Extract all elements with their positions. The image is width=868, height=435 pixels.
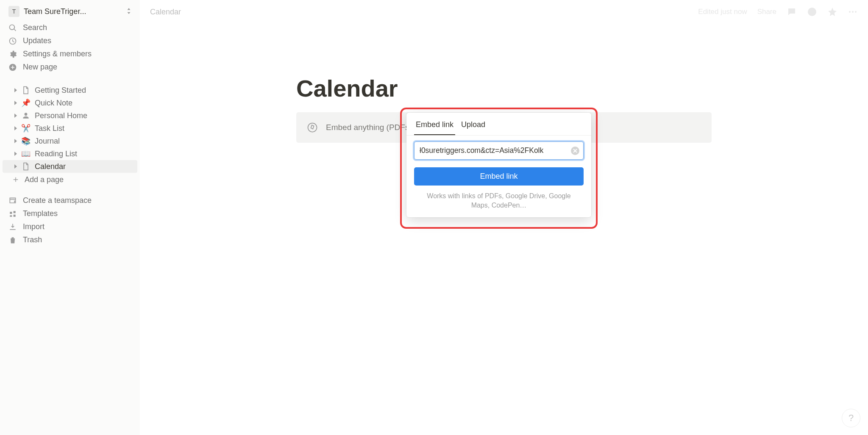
search-label: Search (23, 23, 47, 32)
embed-link-submit-button[interactable]: Embed link (414, 167, 584, 186)
close-icon (573, 149, 577, 153)
page-label: Reading List (35, 150, 77, 158)
add-page-label: Add a page (25, 175, 64, 184)
trash-nav[interactable]: Trash (0, 233, 140, 247)
svg-point-0 (849, 11, 851, 13)
new-page-label: New page (23, 63, 57, 72)
page-label: Journal (35, 137, 60, 146)
new-page-nav[interactable]: New page (0, 61, 140, 74)
trash-icon (8, 236, 17, 244)
pin-icon: 📌 (21, 98, 31, 108)
sidebar: T Team SureTriger... Search Updates Sett… (0, 0, 140, 435)
sidebar-page-reading-list[interactable]: 📖 Reading List (3, 147, 137, 160)
breadcrumb[interactable]: Calendar (150, 8, 181, 17)
page-label: Getting Started (35, 86, 86, 95)
chevron-right-icon[interactable] (11, 162, 20, 171)
more-icon[interactable] (848, 7, 858, 17)
add-page-button[interactable]: Add a page (3, 173, 137, 186)
share-button[interactable]: Share (757, 8, 776, 16)
workspace-switcher[interactable]: T Team SureTriger... (0, 3, 140, 21)
page-label: Quick Note (35, 99, 72, 108)
chevron-right-icon[interactable] (11, 86, 20, 95)
settings-label: Settings & members (23, 50, 92, 58)
svg-point-1 (852, 11, 854, 13)
book-icon: 📖 (21, 149, 31, 158)
document-icon (21, 162, 31, 171)
chevron-right-icon[interactable] (11, 149, 20, 158)
sidebar-page-calendar[interactable]: Calendar (3, 160, 137, 173)
embed-popover: Embed link Upload Embed link Works with … (406, 113, 591, 217)
clock-icon (8, 37, 17, 45)
settings-nav[interactable]: Settings & members (0, 47, 140, 61)
templates-nav[interactable]: Templates (0, 207, 140, 220)
sidebar-page-personal-home[interactable]: Personal Home (3, 109, 137, 122)
clock-icon[interactable] (807, 7, 817, 17)
templates-label: Templates (23, 209, 58, 218)
books-icon: 📚 (21, 136, 31, 146)
plus-icon (11, 175, 20, 184)
plus-circle-icon (8, 63, 17, 72)
scissors-icon: ✂️ (21, 124, 31, 133)
workspace-avatar: T (8, 6, 19, 17)
tab-embed-link[interactable]: Embed link (414, 116, 455, 135)
clear-input-button[interactable] (571, 147, 579, 155)
trash-label: Trash (23, 236, 42, 244)
teamspace-label: Create a teamspace (23, 196, 92, 205)
page-label: Personal Home (35, 111, 87, 120)
chevron-right-icon[interactable] (11, 98, 20, 108)
chevron-right-icon[interactable] (11, 124, 20, 133)
gear-icon (8, 50, 17, 58)
person-icon (21, 111, 31, 120)
updates-label: Updates (23, 36, 51, 45)
topbar: Calendar Edited just now Share (140, 0, 868, 24)
create-teamspace-nav[interactable]: Create a teamspace (0, 194, 140, 207)
templates-icon (8, 210, 17, 218)
page-label: Calendar (35, 162, 66, 171)
compass-icon (306, 122, 318, 133)
workspace-name: Team SureTriger... (24, 7, 122, 16)
popover-tabs: Embed link Upload (406, 116, 591, 136)
sidebar-page-journal[interactable]: 📚 Journal (3, 135, 137, 147)
main-area: Calendar Edited just now Share Calendar … (140, 0, 868, 435)
teamspace-icon (8, 197, 17, 205)
svg-point-2 (855, 11, 857, 13)
topbar-actions: Edited just now Share (698, 7, 858, 17)
embed-url-input[interactable] (414, 141, 584, 160)
svg-point-3 (308, 123, 317, 132)
document-icon (21, 86, 31, 95)
import-nav[interactable]: Import (0, 220, 140, 233)
sidebar-page-task-list[interactable]: ✂️ Task List (3, 122, 137, 135)
download-icon (8, 223, 17, 231)
search-nav[interactable]: Search (0, 21, 140, 34)
star-icon[interactable] (827, 7, 837, 17)
help-button[interactable]: ? (842, 409, 860, 427)
import-label: Import (23, 222, 45, 231)
page-title[interactable]: Calendar (296, 75, 712, 102)
sidebar-page-quick-note[interactable]: 📌 Quick Note (3, 97, 137, 109)
chevron-updown-icon (126, 8, 131, 15)
document: Calendar Embed anything (PDFs, Google Do… (296, 75, 712, 143)
tab-upload[interactable]: Upload (459, 116, 487, 135)
chevron-right-icon[interactable] (11, 136, 20, 146)
comment-icon[interactable] (787, 7, 797, 17)
updates-nav[interactable]: Updates (0, 34, 140, 47)
embed-help-text: Works with links of PDFs, Google Drive, … (414, 191, 584, 211)
search-icon (8, 24, 17, 32)
page-label: Task List (35, 124, 64, 133)
sidebar-page-getting-started[interactable]: Getting Started (3, 84, 137, 97)
chevron-right-icon[interactable] (11, 111, 20, 120)
edited-label: Edited just now (698, 8, 747, 16)
